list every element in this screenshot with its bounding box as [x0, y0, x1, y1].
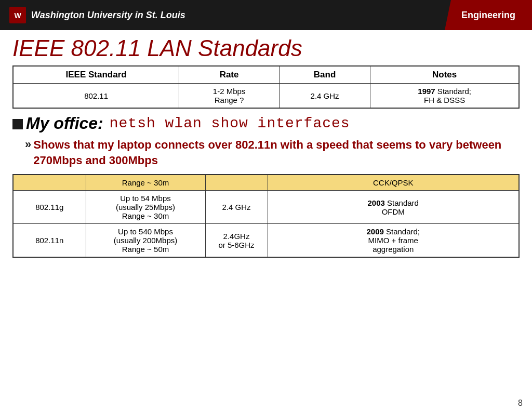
notes-bold: 2009 [366, 227, 383, 236]
notes-cell: 1997 Standard;FH & DSSS [370, 84, 519, 109]
engineering-label: Engineering [461, 10, 515, 21]
rate-cell: Up to 540 Mbps(usually 200Mbps)Range ~ 5… [86, 224, 205, 258]
top-table: IEEE Standard Rate Band Notes 802.11 1-2… [12, 65, 520, 109]
rate-cell: Up to 54 Mbps(usually 25Mbps)Range ~ 30m [86, 191, 205, 224]
table-row-80211n: 802.11n Up to 540 Mbps(usually 200Mbps)R… [13, 224, 519, 258]
standard-cell: 802.11g [13, 191, 86, 224]
band-cell: 2.4GHzor 5-6GHz [205, 224, 268, 258]
band-cell: 2.4 GHz [279, 84, 370, 109]
standard-cell: 802.11 [13, 84, 179, 109]
svg-text:W: W [14, 11, 21, 20]
notes-cell: 2009 Standard;MIMO + frameaggregation [268, 224, 519, 258]
yellow-col2: Range ~ 30m [86, 175, 205, 191]
table-header-row: IEEE Standard Rate Band Notes [13, 66, 519, 84]
rate-cell: 1-2 MbpsRange ? [179, 84, 280, 109]
band-cell: 2.4 GHz [205, 191, 268, 224]
shows-line: » Shows that my laptop connects over 802… [0, 135, 532, 170]
shows-text: Shows that my laptop connects over 802.1… [33, 137, 520, 168]
bottom-table: Range ~ 30m CCK/QPSK 802.11g Up to 54 Mb… [12, 174, 520, 258]
square-bullet-icon [12, 119, 23, 129]
table-row-yellow: Range ~ 30m CCK/QPSK [13, 175, 519, 191]
arrow-marker: » [25, 137, 31, 152]
col-header-band: Band [279, 66, 370, 84]
table-row: 802.11 1-2 MbpsRange ? 2.4 GHz 1997 Stan… [13, 84, 519, 109]
yellow-col3 [205, 175, 268, 191]
logo-text: Washington University in St. Louis [31, 10, 185, 21]
engineering-tab: Engineering [445, 0, 532, 30]
my-office-command: netsh wlan show interfaces [110, 115, 350, 131]
header-logo: W Washington University in St. Louis [0, 0, 445, 30]
my-office-label: My office: [26, 114, 103, 133]
col-header-rate: Rate [179, 66, 280, 84]
col-header-notes: Notes [370, 66, 519, 84]
yellow-col4: CCK/QPSK [268, 175, 519, 191]
my-office-section: My office: netsh wlan show interfaces [0, 109, 532, 135]
yellow-col1 [13, 175, 86, 191]
page-number: 8 [518, 399, 523, 408]
shield-icon: W [9, 7, 26, 23]
standard-cell: 802.11n [13, 224, 86, 258]
notes-bold: 1997 [418, 87, 435, 96]
header: W Washington University in St. Louis Eng… [0, 0, 532, 30]
page-title: IEEE 802.11 LAN Standards [0, 30, 532, 65]
notes-rest: StandardOFDM [382, 198, 419, 216]
notes-cell: 2003 StandardOFDM [268, 191, 519, 224]
notes-bold: 2003 [368, 198, 385, 207]
table-row-80211g: 802.11g Up to 54 Mbps(usually 25Mbps)Ran… [13, 191, 519, 224]
col-header-standard: IEEE Standard [13, 66, 179, 84]
